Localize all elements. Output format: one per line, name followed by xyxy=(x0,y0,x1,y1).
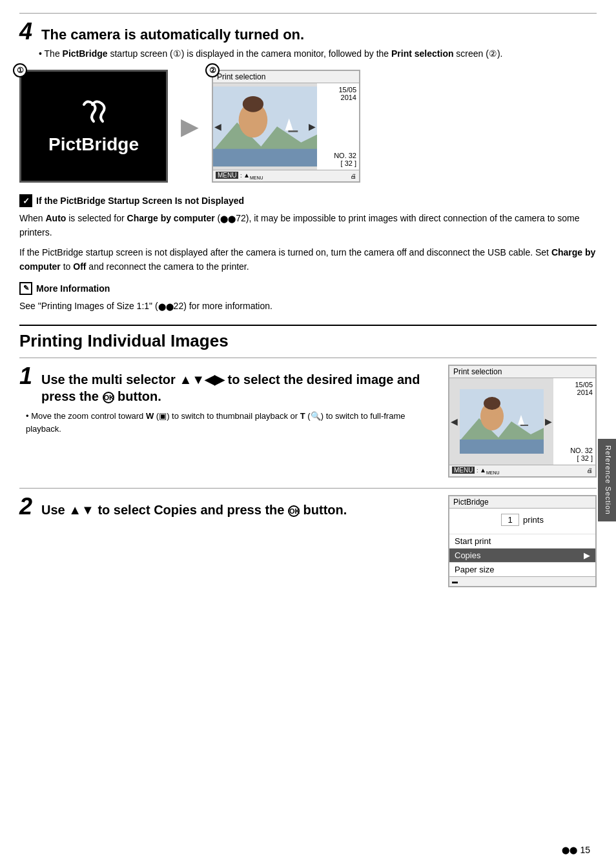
ok-button-icon2: OK xyxy=(288,505,300,517)
step1-header: 1 Use the multi selector ▲▼◀▶ to select … xyxy=(19,365,435,405)
screen1-circle-label: ① xyxy=(13,63,27,77)
ps-nav-left: ◀ xyxy=(214,121,221,132)
screen2-wrap: ② Print selection ◀ xyxy=(212,70,360,183)
step1-bullet1: Move the zoom control toward W (▣) to sw… xyxy=(26,410,435,436)
warning-check-icon: ✓ xyxy=(19,194,32,207)
step2-menu-screen: PictBridge 1 prints Start print Copies ▶… xyxy=(448,495,597,587)
step4-container: 4 The camera is automatically turned on.… xyxy=(19,13,597,183)
reference-label: Reference Section xyxy=(604,445,612,515)
section-main-title: Printing Individual Images xyxy=(19,331,597,351)
pm-paper-size: Paper size xyxy=(449,562,595,576)
pm-prints-area: 1 prints xyxy=(449,509,595,531)
step1-date: 15/05 2014 xyxy=(556,381,593,396)
warning-title-text: If the PictBridge Startup Screen Is not … xyxy=(36,196,244,206)
step1-right: Print selection ◀ ▶ xyxy=(448,365,597,478)
step1-screen: Print selection ◀ ▶ xyxy=(448,365,597,478)
step1-ps-image-area: ◀ ▶ xyxy=(449,378,553,465)
step1-container: 1 Use the multi selector ▲▼◀▶ to select … xyxy=(19,358,597,478)
pm-prints-label: prints xyxy=(523,515,544,525)
pm-copies-label: Copies xyxy=(455,550,480,560)
screen1-wrap: ① PictBridge xyxy=(19,70,168,183)
screens-row: ① PictBridge ▶ ② Print selection xyxy=(19,70,597,183)
svg-rect-7 xyxy=(288,130,298,132)
ps-menu-icon: MENU : ▲MENU xyxy=(216,172,263,180)
screen2-circle-label: ② xyxy=(205,63,220,77)
pictbridge-screen: PictBridge xyxy=(19,70,168,183)
ps-print-icon: 🖨 xyxy=(351,173,356,179)
pictbridge-logo-icon xyxy=(74,98,113,134)
pm-copies[interactable]: Copies ▶ xyxy=(449,548,595,562)
print-selection-screen: Print selection ◀ xyxy=(212,70,360,183)
warning-box: ✓ If the PictBridge Startup Screen Is no… xyxy=(19,194,597,274)
step1-print-icon: 🖨 xyxy=(587,467,593,474)
svg-point-5 xyxy=(243,96,263,112)
pm-paper-size-label: Paper size xyxy=(455,565,494,574)
section-title-block: Printing Individual Images xyxy=(19,325,597,351)
step2-number: 2 xyxy=(19,495,32,518)
step1-number: 1 xyxy=(19,365,32,388)
pm-footer-icon: ▬ xyxy=(452,578,458,585)
step1-title: Use the multi selector ▲▼◀▶ to select th… xyxy=(41,371,435,405)
step1-ps-nav-left: ◀ xyxy=(451,416,458,427)
step1-ps-sidebar: 15/05 2014 NO. 32 [ 32 ] xyxy=(553,378,595,465)
ps-image-area: ◀ xyxy=(213,83,317,170)
step4-header: 4 The camera is automatically turned on. xyxy=(19,20,597,43)
step1-ps-nav-right: ▶ xyxy=(545,416,552,427)
step1-footer: MENU : ▲MENU 🖨 xyxy=(449,465,595,476)
note-title-text: More Information xyxy=(36,283,110,294)
step2-container: 2 Use ▲▼ to select Copies and press the … xyxy=(19,488,597,587)
step4-title: The camera is automatically turned on. xyxy=(41,26,304,43)
step1-ps-body: ◀ ▶ 15/05 2 xyxy=(449,378,595,465)
svg-point-13 xyxy=(484,397,500,410)
step1-no: NO. 32 [ 32 ] xyxy=(556,447,593,462)
page-number: ⬤⬤ 15 xyxy=(562,845,590,855)
warning-title: ✓ If the PictBridge Startup Screen Is no… xyxy=(19,194,597,207)
pm-start-print-label: Start print xyxy=(455,536,491,546)
warning-body: When Auto is selected for Charge by comp… xyxy=(19,211,597,274)
ps-header: Print selection xyxy=(213,71,359,83)
pm-copies-arrow: ▶ xyxy=(584,550,590,560)
step4-number: 4 xyxy=(19,20,32,43)
ps-date: 15/05 2014 xyxy=(320,86,356,101)
pictbridge-logo-text: PictBridge xyxy=(48,134,139,155)
note-title: ✎ More Information xyxy=(19,282,597,295)
pm-header: PictBridge xyxy=(449,496,595,509)
svg-rect-15 xyxy=(520,425,528,426)
ps-no: NO. 32 [ 32 ] xyxy=(320,152,356,167)
step1-ps-header: Print selection xyxy=(449,366,595,378)
ps-nav-right: ▶ xyxy=(309,121,316,132)
reference-section-tab: Reference Section xyxy=(598,439,616,521)
svg-rect-2 xyxy=(213,149,317,167)
pm-prints-value: 1 xyxy=(501,514,519,526)
svg-rect-10 xyxy=(460,439,544,454)
step2-title: Use ▲▼ to select Copies and press the OK… xyxy=(41,501,347,518)
step2-right: PictBridge 1 prints Start print Copies ▶… xyxy=(448,495,597,587)
step2-left: 2 Use ▲▼ to select Copies and press the … xyxy=(19,495,435,523)
ok-button-icon1: OK xyxy=(103,392,114,403)
note-box: ✎ More Information See "Printing Images … xyxy=(19,282,597,313)
ps-body: ◀ xyxy=(213,83,359,170)
step1-bullets: Move the zoom control toward W (▣) to sw… xyxy=(26,410,435,436)
pm-menu-items: Start print Copies ▶ Paper size xyxy=(449,534,595,576)
step2-header: 2 Use ▲▼ to select Copies and press the … xyxy=(19,495,435,518)
page-icon: ⬤⬤ xyxy=(562,846,577,854)
note-pencil-icon: ✎ xyxy=(19,282,32,295)
step1-menu-icon: MENU : ▲MENU xyxy=(452,467,500,475)
ps-footer: MENU : ▲MENU 🖨 xyxy=(213,170,359,181)
transition-arrow: ▶ xyxy=(181,113,199,140)
step1-left: 1 Use the multi selector ▲▼◀▶ to select … xyxy=(19,365,435,438)
page-num: 15 xyxy=(580,845,590,855)
pm-start-print: Start print xyxy=(449,534,595,548)
note-body: See "Printing Images of Size 1:1" (⬤⬤22)… xyxy=(19,299,597,313)
pm-footer: ▬ xyxy=(449,576,595,586)
step4-bullet: The PictBridge startup screen (①) is dis… xyxy=(39,47,597,61)
ps-sidebar: 15/05 2014 NO. 32 [ 32 ] xyxy=(317,83,359,170)
